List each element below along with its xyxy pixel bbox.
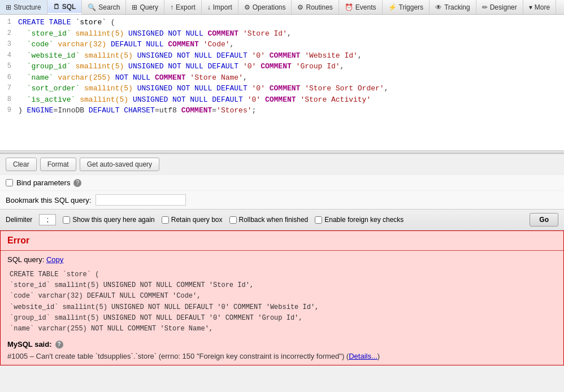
top-navigation: ⊞ Structure 🗒 SQL 🔍 Search ⊞ Query ↑ Exp… — [0, 0, 564, 15]
sql-query-label: SQL query: — [7, 255, 44, 264]
retain-box-label[interactable]: Retain query box — [162, 216, 223, 224]
copy-link[interactable]: Copy — [46, 255, 63, 264]
auto-saved-button[interactable]: Get auto-saved query — [80, 158, 159, 171]
code-line-3: 3 `code` varchar(32) DEFAULT NULL COMMEN… — [0, 39, 564, 50]
query-icon: ⊞ — [132, 3, 137, 11]
code-line-2: 2 `store_id` smallint(5) UNSIGNED NOT NU… — [0, 28, 564, 40]
error-code-line-3: `code` varchar(32) DEFAULT NULL COMMENT … — [10, 291, 557, 302]
operations-icon: ⚙ — [244, 3, 250, 11]
nav-sql[interactable]: 🗒 SQL — [47, 0, 83, 14]
nav-query[interactable]: ⊞ Query — [126, 0, 164, 14]
nav-events[interactable]: ⏰ Events — [339, 0, 383, 14]
foreign-keys-label[interactable]: Enable foreign key checks — [315, 216, 404, 224]
format-button[interactable]: Format — [40, 158, 76, 171]
export-icon: ↑ — [170, 3, 173, 11]
code-line-1: 1 CREATE TABLE `store` ( — [0, 17, 564, 28]
error-code-line-4: `website_id` smallint(5) UNSIGNED NOT NU… — [10, 302, 557, 313]
events-icon: ⏰ — [345, 3, 353, 11]
nav-more[interactable]: ▾ More — [523, 0, 556, 14]
sql-editor-container: 1 CREATE TABLE `store` ( 2 `store_id` sm… — [0, 15, 564, 230]
foreign-keys-checkbox[interactable] — [315, 216, 322, 224]
bind-params-help-icon[interactable]: ? — [73, 179, 81, 187]
nav-export[interactable]: ↑ Export — [164, 0, 202, 14]
nav-triggers[interactable]: ⚡ Triggers — [383, 0, 430, 14]
error-header: Error — [1, 231, 563, 251]
code-line-9: 9 ) ENGINE=InnoDB DEFAULT CHARSET=utf8 C… — [0, 105, 564, 116]
code-line-7: 7 `sort_order` smallint(5) UNSIGNED NOT … — [0, 83, 564, 94]
tracking-icon: 👁 — [435, 3, 442, 11]
import-icon: ↓ — [207, 3, 211, 11]
code-line-5: 5 `group_id` smallint(5) UNSIGNED NOT NU… — [0, 61, 564, 72]
nav-operations[interactable]: ⚙ Operations — [238, 0, 292, 14]
rollback-checkbox[interactable] — [229, 216, 237, 224]
sql-code-display[interactable]: 1 CREATE TABLE `store` ( 2 `store_id` sm… — [0, 15, 564, 150]
routines-icon: ⚙ — [297, 3, 303, 11]
error-number-line: #1005 – Can't create table `tdsupplies`.… — [7, 352, 557, 360]
code-line-6: 6 `name` varchar(255) NOT NULL COMMENT '… — [0, 72, 564, 84]
mysql-said-row: MySQL said: ? — [7, 340, 557, 349]
error-code-line-2: `store_id` smallint(5) UNSIGNED NOT NULL… — [10, 280, 557, 291]
sql-query-line: SQL query: Copy — [7, 255, 557, 264]
bookmark-label: Bookmark this SQL query: — [6, 196, 91, 204]
nav-import[interactable]: ↓ Import — [202, 0, 238, 14]
more-icon: ▾ — [529, 3, 532, 11]
error-code-line-1: CREATE TABLE `store` ( — [10, 269, 557, 280]
designer-icon: ✏ — [482, 3, 488, 11]
nav-search[interactable]: 🔍 Search — [82, 0, 126, 14]
options-row: Delimiter ; Show this query here again R… — [0, 209, 564, 230]
sql-icon: 🗒 — [53, 3, 60, 11]
delimiter-label: Delimiter — [6, 216, 32, 224]
error-code-block: CREATE TABLE `store` ( `store_id` smalli… — [7, 269, 557, 334]
code-line-4: 4 `website_id` smallint(5) UNSIGNED NOT … — [0, 50, 564, 62]
structure-icon: ⊞ — [6, 3, 11, 11]
retain-box-checkbox[interactable] — [162, 216, 169, 224]
clear-button[interactable]: Clear — [6, 158, 37, 171]
error-code-line-5: `group_id` smallint(5) UNSIGNED NOT NULL… — [10, 313, 557, 324]
show-query-checkbox[interactable] — [63, 216, 70, 224]
nav-structure[interactable]: ⊞ Structure — [0, 0, 47, 14]
bookmark-row: Bookmark this SQL query: — [0, 190, 564, 209]
code-line-8: 8 `is_active` smallint(5) UNSIGNED NOT N… — [0, 94, 564, 106]
nav-tracking[interactable]: 👁 Tracking — [429, 0, 476, 14]
bind-params-label: Bind parameters — [16, 178, 70, 187]
nav-designer[interactable]: ✏ Designer — [476, 0, 523, 14]
error-number-text: #1005 – Can't create table `tdsupplies`.… — [7, 352, 349, 360]
mysql-said-label: MySQL said: — [7, 340, 52, 349]
error-title: Error — [7, 236, 29, 245]
details-link[interactable]: Details... — [349, 352, 378, 360]
error-body: SQL query: Copy CREATE TABLE `store` ( `… — [1, 251, 563, 365]
search-icon: 🔍 — [88, 3, 96, 11]
show-query-label[interactable]: Show this query here again — [63, 216, 154, 224]
nav-routines[interactable]: ⚙ Routines — [292, 0, 339, 14]
triggers-icon: ⚡ — [388, 3, 397, 11]
delimiter-input[interactable]: ; — [39, 214, 56, 225]
bookmark-input[interactable] — [96, 194, 186, 206]
editor-button-row: Clear Format Get auto-saved query — [0, 154, 564, 175]
bind-params-checkbox[interactable] — [6, 179, 13, 186]
mysql-said-help-icon[interactable]: ? — [55, 341, 63, 349]
bind-params-row: Bind parameters ? — [0, 175, 564, 190]
error-code-line-6: `name` varchar(255) NOT NULL COMMENT 'St… — [10, 324, 557, 334]
rollback-label[interactable]: Rollback when finished — [229, 216, 309, 224]
go-button[interactable]: Go — [530, 213, 558, 227]
error-section: Error SQL query: Copy CREATE TABLE `stor… — [0, 230, 564, 365]
